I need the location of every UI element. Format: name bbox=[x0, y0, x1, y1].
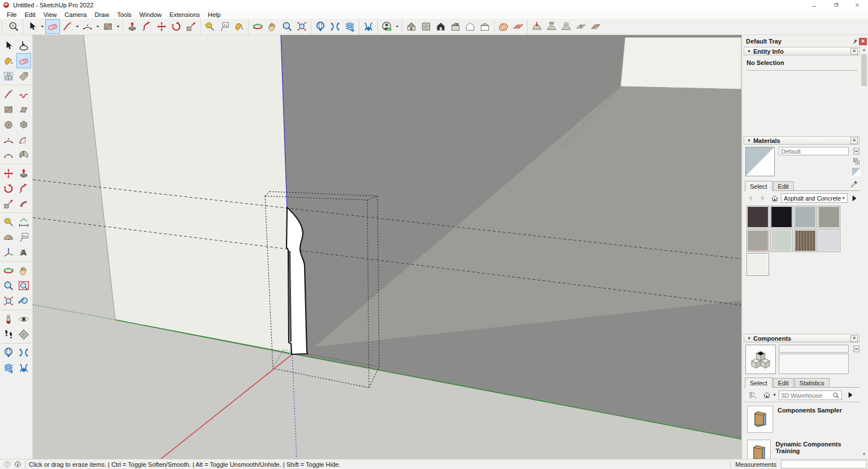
measurements-input[interactable] bbox=[781, 460, 867, 468]
account-button-dropdown-caret[interactable] bbox=[394, 19, 400, 34]
scrollbar-thumb[interactable] bbox=[861, 54, 867, 86]
sandbox-drape-button-button[interactable] bbox=[559, 19, 574, 34]
toolbar-drag-handle[interactable] bbox=[1, 20, 3, 33]
select-tool-button[interactable] bbox=[25, 19, 40, 34]
view-back-button-button[interactable] bbox=[463, 19, 478, 34]
protractor-tool-button[interactable] bbox=[1, 229, 16, 245]
line-tool-button[interactable] bbox=[1, 86, 16, 102]
3d-warehouse-button-button[interactable] bbox=[1, 345, 16, 360]
make-component-tool-button[interactable] bbox=[1, 68, 16, 84]
materials-home-button[interactable] bbox=[770, 193, 780, 203]
zoom-camera-tool-button[interactable] bbox=[1, 278, 16, 293]
share-component-button-button[interactable] bbox=[1, 360, 16, 375]
component-list-item[interactable]: Components Sampler bbox=[744, 402, 860, 436]
rotate-tool-button[interactable] bbox=[1, 181, 16, 196]
orbit-tool-button[interactable] bbox=[250, 19, 265, 34]
materials-back-button[interactable] bbox=[746, 193, 756, 203]
materials-tab-edit[interactable]: Edit bbox=[773, 181, 794, 191]
component-item-label[interactable]: Components Sampler bbox=[778, 407, 842, 414]
menu-help[interactable]: Help bbox=[204, 11, 225, 18]
menu-window[interactable]: Window bbox=[136, 11, 166, 18]
menu-tools[interactable]: Tools bbox=[113, 11, 136, 18]
materials-forward-button[interactable] bbox=[757, 193, 767, 203]
line-tool-dropdown-caret[interactable] bbox=[75, 19, 80, 34]
eraser-tool-button[interactable] bbox=[45, 19, 60, 34]
info-icon[interactable] bbox=[14, 461, 21, 468]
materials-collection-dropdown[interactable]: Asphalt and Concrete ▼ bbox=[781, 193, 848, 203]
sandbox-stamp-button-button[interactable] bbox=[544, 19, 559, 34]
view-iso-button-button[interactable] bbox=[404, 19, 419, 34]
material-swatch-8[interactable] bbox=[818, 229, 840, 252]
view-front-button-button[interactable] bbox=[433, 19, 448, 34]
components-home-button[interactable] bbox=[762, 390, 772, 399]
secondary-pane-button[interactable] bbox=[851, 344, 860, 354]
components-search-button[interactable] bbox=[831, 391, 840, 399]
zoom-window-tool-button[interactable] bbox=[16, 278, 31, 293]
zoom-camera-tool-button[interactable] bbox=[280, 19, 294, 34]
rectangle-tool-button[interactable] bbox=[1, 102, 16, 117]
axes-tool-button[interactable] bbox=[1, 245, 16, 260]
materials-close-button[interactable]: ✕ bbox=[850, 137, 858, 144]
components-details-button[interactable] bbox=[845, 390, 856, 399]
entity-info-header[interactable]: ▼ Entity Info ✕ bbox=[744, 47, 860, 55]
pan-tool-button[interactable] bbox=[265, 19, 280, 34]
circle-tool-button[interactable] bbox=[1, 117, 16, 132]
zoom-extents-tool-button[interactable] bbox=[294, 19, 309, 34]
arc-tool-button[interactable] bbox=[80, 19, 95, 34]
sample-paint-button[interactable] bbox=[849, 179, 859, 189]
secondary-pane-button[interactable] bbox=[851, 146, 861, 156]
tray-pin-button[interactable] bbox=[851, 38, 859, 45]
menu-file[interactable]: File bbox=[3, 11, 21, 18]
default-material-swatch[interactable] bbox=[852, 168, 861, 176]
select-tool-dropdown-caret[interactable] bbox=[40, 19, 45, 34]
zoom-tool-button[interactable] bbox=[6, 19, 21, 34]
component-thumbnail[interactable] bbox=[747, 440, 771, 459]
components-search-input[interactable] bbox=[779, 392, 831, 399]
material-swatch-4[interactable] bbox=[818, 206, 840, 228]
material-swatch-6[interactable] bbox=[770, 229, 793, 252]
zoom-previous-tool-button[interactable] bbox=[16, 293, 31, 309]
rectangle-tool-dropdown-caret[interactable] bbox=[115, 19, 121, 34]
materials-details-button[interactable] bbox=[849, 193, 860, 203]
component-list-item[interactable]: Dynamic Components Training bbox=[744, 436, 860, 459]
paint-bucket-tool-button[interactable] bbox=[1, 53, 16, 68]
line-tool-button[interactable] bbox=[60, 19, 75, 34]
ivory-wall-face[interactable] bbox=[84, 35, 292, 354]
component-name-field[interactable] bbox=[779, 345, 849, 353]
menu-draw[interactable]: Draw bbox=[90, 11, 113, 18]
home-caret-icon[interactable]: ▼ bbox=[772, 393, 776, 397]
push-pull-tool-button[interactable] bbox=[125, 19, 140, 34]
share-model-button-button[interactable] bbox=[16, 345, 31, 360]
materials-header[interactable]: ▼ Materials ✕ bbox=[744, 136, 860, 145]
upper-right-face[interactable] bbox=[620, 37, 741, 89]
eraser-tool-button[interactable] bbox=[16, 53, 31, 68]
arc-tool-dropdown-caret[interactable] bbox=[95, 19, 101, 34]
pan-tool-button[interactable] bbox=[16, 263, 31, 278]
look-around-tool-button[interactable] bbox=[16, 311, 31, 327]
material-swatch-7[interactable] bbox=[794, 229, 817, 252]
components-tab-select[interactable]: Select bbox=[745, 377, 772, 388]
components-header[interactable]: ▼ Components ✕ bbox=[744, 334, 860, 342]
sandbox-add-detail-button-button[interactable] bbox=[574, 19, 588, 34]
view-options-button[interactable] bbox=[746, 390, 760, 399]
sandbox-from-scratch-button-button[interactable] bbox=[511, 19, 526, 34]
component-description-field[interactable] bbox=[779, 354, 849, 374]
component-thumbnail[interactable] bbox=[747, 406, 773, 433]
text-tool-button[interactable]: A1 bbox=[16, 229, 31, 245]
create-material-button[interactable] bbox=[851, 157, 861, 166]
molding-recess-edge[interactable] bbox=[290, 251, 291, 342]
menu-view[interactable]: View bbox=[40, 11, 61, 18]
view-top-button-button[interactable] bbox=[419, 19, 433, 34]
section-plane-tool-button[interactable] bbox=[16, 327, 31, 342]
components-tab-edit[interactable]: Edit bbox=[773, 378, 794, 388]
text-tool-button[interactable]: A1 bbox=[217, 19, 232, 34]
tray-scrollbar[interactable]: ▲ ▼ bbox=[861, 46, 867, 458]
freehand-tool-button[interactable] bbox=[16, 86, 31, 102]
view-left-button-button[interactable] bbox=[478, 19, 492, 34]
material-swatch-5[interactable] bbox=[747, 229, 769, 252]
extension-warehouse-button-button[interactable] bbox=[16, 360, 31, 375]
3d-warehouse-button-button[interactable] bbox=[313, 19, 328, 34]
tape-measure-tool-button[interactable] bbox=[1, 214, 16, 229]
scroll-up-icon[interactable]: ▲ bbox=[861, 46, 867, 53]
move-tool-button[interactable] bbox=[154, 19, 169, 34]
